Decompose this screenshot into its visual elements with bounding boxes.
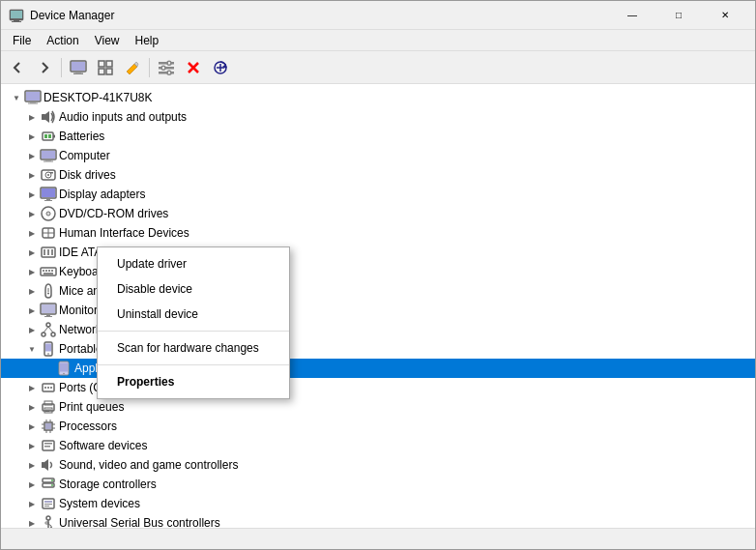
ctx-properties[interactable]: Properties: [98, 369, 289, 394]
storage-expand-icon[interactable]: ▶: [24, 477, 40, 492]
ports-icon: [40, 379, 57, 396]
ctx-scan-hardware[interactable]: Scan for hardware changes: [98, 335, 289, 361]
tree-item-audio[interactable]: ▶ Audio inputs and outputs: [1, 107, 755, 127]
svg-rect-31: [48, 134, 51, 138]
root-label: DESKTOP-41K7U8K: [44, 91, 153, 104]
tree-item-computer[interactable]: ▶ Computer: [1, 146, 755, 165]
svg-rect-42: [46, 198, 50, 200]
proc-expand-icon[interactable]: ▶: [24, 419, 40, 434]
usb-icon: [40, 514, 57, 528]
soft-expand-icon[interactable]: ▶: [24, 438, 40, 453]
svg-rect-30: [44, 134, 47, 138]
monitors-expand-icon[interactable]: ▶: [24, 303, 40, 318]
svg-point-68: [51, 333, 55, 336]
svg-point-111: [50, 527, 52, 528]
svg-rect-98: [44, 446, 50, 448]
system-icon: [40, 495, 57, 512]
context-menu: Update driver Disable device Uninstall d…: [97, 246, 290, 399]
toolbar-delete[interactable]: [181, 55, 206, 80]
mice-icon: [40, 282, 57, 300]
svg-rect-35: [44, 161, 53, 162]
proc-label: Processors: [59, 420, 117, 433]
network-expand-icon[interactable]: ▶: [24, 322, 40, 337]
maximize-button[interactable]: □: [656, 2, 701, 29]
tree-item-print[interactable]: ▶ Print queues: [1, 397, 755, 417]
minimize-button[interactable]: —: [610, 2, 654, 29]
hid-expand-icon[interactable]: ▶: [24, 225, 40, 241]
window-icon: [9, 8, 24, 23]
sound-icon: [40, 456, 57, 474]
keyboard-expand-icon[interactable]: ▶: [24, 264, 40, 279]
ctx-disable-device[interactable]: Disable device: [98, 276, 289, 302]
ide-expand-icon[interactable]: ▶: [24, 245, 40, 260]
svg-rect-41: [42, 188, 55, 197]
close-button[interactable]: ✕: [703, 2, 747, 29]
storage-icon: [40, 476, 57, 493]
menu-view[interactable]: View: [87, 30, 128, 50]
tree-item-usb[interactable]: ▶ Universal Serial Bus controllers: [1, 513, 755, 528]
mice-expand-icon[interactable]: ▶: [24, 283, 40, 299]
tree-item-dvd[interactable]: ▶ DVD/CD-ROM drives: [1, 204, 755, 223]
svg-rect-39: [50, 172, 53, 174]
print-expand-icon[interactable]: ▶: [24, 399, 40, 415]
root-expand-icon[interactable]: ▼: [9, 90, 24, 105]
svg-rect-75: [60, 363, 68, 372]
tree-item-disk[interactable]: ▶ Disk drives: [1, 165, 755, 185]
sound-expand-icon[interactable]: ▶: [24, 457, 40, 473]
svg-rect-34: [45, 159, 51, 161]
tree-item-sound[interactable]: ▶ Sound, video and game controllers: [1, 455, 755, 475]
toolbar-view[interactable]: [93, 55, 118, 80]
svg-rect-105: [44, 501, 52, 503]
svg-point-102: [51, 479, 53, 481]
toolbar-settings[interactable]: [154, 55, 179, 80]
menu-help[interactable]: Help: [128, 30, 167, 50]
toolbar-scan[interactable]: [208, 55, 233, 80]
toolbar-edit[interactable]: [120, 55, 145, 80]
svg-rect-106: [44, 504, 52, 505]
portable-expand-icon[interactable]: ▼: [24, 341, 40, 357]
hid-icon: [40, 224, 57, 242]
toolbar-back[interactable]: [5, 55, 30, 80]
proc-icon: [40, 418, 57, 435]
svg-rect-52: [47, 249, 49, 255]
menu-file[interactable]: File: [5, 30, 39, 50]
svg-point-73: [47, 353, 49, 355]
computer-expand-icon[interactable]: ▶: [24, 148, 40, 163]
tree-root[interactable]: ▼ DESKTOP-41K7U8K: [1, 88, 755, 107]
window-title: Device Manager: [30, 9, 610, 22]
tree-item-system[interactable]: ▶ System devices: [1, 494, 755, 513]
toolbar-forward[interactable]: [32, 55, 57, 80]
tree-item-proc[interactable]: ▶ Processors: [1, 417, 755, 436]
svg-point-20: [167, 71, 171, 74]
usb-label: Universal Serial Bus controllers: [59, 516, 220, 528]
tree-item-storage[interactable]: ▶ Storage controllers: [1, 475, 755, 494]
tree-item-display[interactable]: ▶ Display adapters: [1, 185, 755, 204]
audio-expand-icon[interactable]: ▶: [24, 109, 40, 125]
svg-rect-25: [30, 101, 36, 103]
toolbar-computer[interactable]: [66, 55, 91, 80]
tree-item-soft[interactable]: ▶ Software devices: [1, 436, 755, 455]
system-expand-icon[interactable]: ▶: [24, 496, 40, 511]
menu-action[interactable]: Action: [39, 30, 86, 50]
svg-rect-26: [28, 103, 38, 104]
tree-item-batteries[interactable]: ▶ Batteries: [1, 127, 755, 146]
device-manager-window: Device Manager — □ ✕ File Action View He…: [0, 0, 756, 550]
batteries-expand-icon[interactable]: ▶: [24, 129, 40, 144]
monitors-icon: [40, 302, 57, 319]
display-expand-icon[interactable]: ▶: [24, 187, 40, 202]
svg-rect-65: [44, 316, 52, 317]
ports-expand-icon[interactable]: ▶: [24, 380, 40, 395]
svg-rect-5: [72, 62, 85, 71]
svg-rect-64: [46, 314, 50, 316]
network-icon: [40, 321, 57, 338]
ctx-uninstall-device[interactable]: Uninstall device: [98, 302, 289, 327]
status-bar: [1, 528, 755, 549]
dvd-expand-icon[interactable]: ▶: [24, 206, 40, 221]
print-label: Print queues: [59, 400, 124, 414]
ipad-icon: [55, 360, 73, 377]
disk-expand-icon[interactable]: ▶: [24, 167, 40, 183]
tree-item-hid[interactable]: ▶ Human Interface Devices: [1, 223, 755, 243]
ctx-update-driver[interactable]: Update driver: [98, 251, 289, 276]
usb-expand-icon[interactable]: ▶: [24, 515, 40, 528]
svg-rect-59: [44, 273, 53, 275]
